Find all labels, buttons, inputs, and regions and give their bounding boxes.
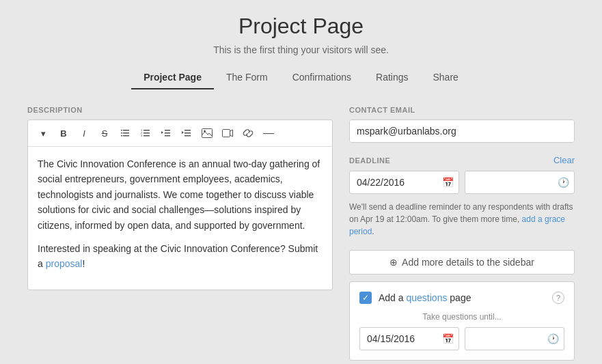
tab-share[interactable]: Share: [421, 66, 471, 89]
deadline-hint: We'll send a deadline reminder to any re…: [349, 201, 575, 238]
tab-confirmations[interactable]: Confirmations: [280, 66, 364, 89]
editor-paragraph-1: The Civic Innovation Conference is an an…: [38, 156, 323, 233]
svg-rect-12: [165, 130, 170, 131]
svg-rect-22: [223, 130, 230, 137]
tab-project-page[interactable]: Project Page: [131, 66, 214, 89]
toolbar-indent[interactable]: [177, 124, 196, 142]
questions-label-link[interactable]: questions: [406, 292, 447, 303]
deadline-date-input[interactable]: [349, 171, 459, 194]
right-panel: CONTACT EMAIL DEADLINE Clear 📅 🕐: [349, 106, 575, 361]
contact-email-section: CONTACT EMAIL: [349, 106, 575, 143]
questions-checkbox[interactable]: ✓: [359, 292, 372, 304]
add-details-label: Add more details to the sidebar: [402, 257, 534, 268]
main-content: Description ▾ B I S 123: [27, 106, 575, 361]
deadline-date-time-row: 📅 🕐: [349, 171, 575, 194]
checkmark-icon: ✓: [362, 294, 369, 302]
editor-para2-link[interactable]: proposal: [46, 258, 83, 269]
page-title: Project Page: [27, 14, 575, 39]
editor-toolbar: ▾ B I S 123: [28, 120, 332, 147]
questions-label-prefix: Add a: [379, 292, 406, 303]
svg-rect-16: [184, 130, 191, 131]
svg-rect-14: [165, 135, 170, 137]
svg-rect-13: [165, 132, 170, 134]
contact-email-label: CONTACT EMAIL: [349, 106, 575, 114]
questions-date-input[interactable]: [359, 327, 459, 350]
svg-rect-6: [143, 130, 150, 131]
questions-help-icon[interactable]: ?: [552, 292, 564, 304]
toolbar-strikethrough[interactable]: S: [95, 124, 114, 142]
questions-time-input[interactable]: [465, 327, 564, 350]
tab-ratings[interactable]: Ratings: [364, 66, 420, 89]
editor-paragraph-2: Interested in speaking at the Civic Inno…: [38, 241, 323, 272]
left-panel: Description ▾ B I S 123: [27, 106, 333, 290]
deadline-time-input[interactable]: [465, 171, 575, 194]
toolbar-unordered-list[interactable]: [115, 124, 135, 142]
svg-rect-7: [143, 132, 150, 134]
deadline-section: DEADLINE Clear 📅 🕐 We'll send a deadline…: [349, 155, 575, 238]
page-subtitle: This is the first thing your visitors wi…: [27, 44, 575, 55]
editor-body[interactable]: The Civic Innovation Conference is an an…: [28, 147, 332, 290]
deadline-label: DEADLINE: [349, 156, 390, 165]
svg-text:3: 3: [141, 134, 143, 137]
editor-para2-suffix: !: [82, 258, 85, 269]
svg-rect-17: [184, 132, 191, 134]
questions-header: ✓ Add a questions page ?: [359, 292, 564, 304]
toolbar-image[interactable]: [197, 124, 217, 142]
description-label: Description: [27, 106, 333, 114]
deadline-hint-suffix: .: [372, 227, 374, 236]
add-details-icon: ⊕: [389, 257, 398, 268]
toolbar-video[interactable]: [218, 124, 237, 142]
toolbar-bold[interactable]: B: [54, 124, 73, 142]
deadline-header: DEADLINE Clear: [349, 155, 575, 165]
toolbar-italic[interactable]: I: [74, 124, 94, 142]
toolbar-link[interactable]: [238, 124, 258, 142]
svg-marker-19: [182, 131, 184, 134]
deadline-time-wrap: 🕐: [465, 171, 575, 194]
tab-the-form[interactable]: The Form: [214, 66, 280, 89]
editor-container: ▾ B I S 123: [27, 120, 333, 290]
nav-tabs: Project Page The Form Confirmations Rati…: [27, 66, 575, 89]
questions-time-wrap: 🕐: [465, 327, 564, 350]
toolbar-divider-btn[interactable]: —: [259, 124, 278, 142]
deadline-date-wrap: 📅: [349, 171, 459, 194]
svg-rect-18: [184, 135, 191, 137]
questions-date-row: 📅 🕐: [359, 327, 564, 350]
svg-point-5: [121, 135, 122, 137]
svg-rect-8: [143, 135, 150, 137]
svg-rect-1: [123, 132, 129, 134]
toolbar-outdent[interactable]: [156, 124, 176, 142]
add-details-button[interactable]: ⊕ Add more details to the sidebar: [349, 250, 575, 275]
questions-label: Add a questions page: [379, 292, 471, 303]
svg-rect-2: [123, 135, 129, 137]
questions-label-suffix: page: [447, 292, 471, 303]
svg-point-4: [121, 132, 122, 134]
toolbar-dropdown[interactable]: ▾: [33, 124, 53, 142]
take-questions-label: Take questions until...: [359, 312, 564, 322]
svg-marker-15: [161, 131, 163, 134]
questions-date-wrap: 📅: [359, 327, 459, 350]
toolbar-ordered-list[interactable]: 123: [136, 124, 155, 142]
svg-rect-0: [123, 130, 129, 131]
svg-point-3: [121, 130, 122, 131]
questions-header-left: ✓ Add a questions page: [359, 292, 471, 304]
page-header: Project Page This is the first thing you…: [27, 14, 575, 89]
clear-button[interactable]: Clear: [553, 155, 575, 165]
contact-email-input[interactable]: [349, 120, 575, 143]
questions-card: ✓ Add a questions page ? Take questions …: [349, 281, 575, 361]
